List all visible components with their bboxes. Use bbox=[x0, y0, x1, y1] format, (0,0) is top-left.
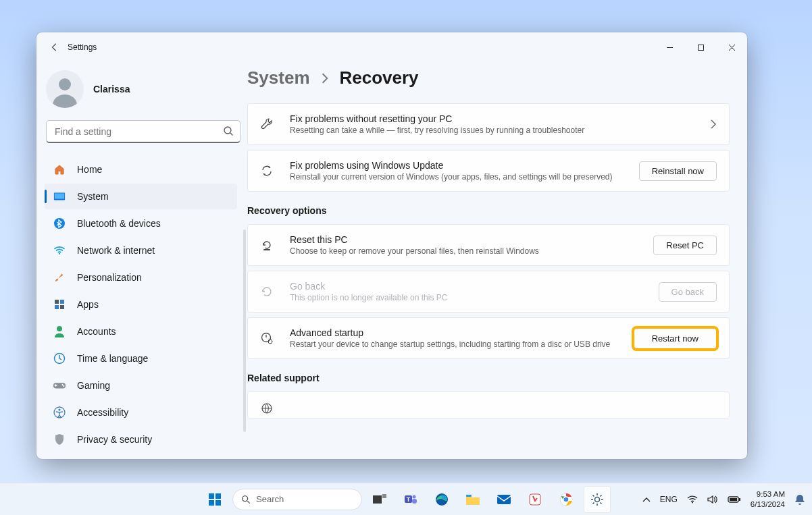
svg-point-41 bbox=[692, 502, 693, 503]
nav-list: Home System Bluetooth & devices Network … bbox=[42, 155, 245, 459]
card-title: Advanced startup bbox=[290, 327, 619, 338]
sidebar-item-label: Network & internet bbox=[77, 245, 155, 256]
card-title: Go back bbox=[290, 281, 644, 292]
tray-notifications-icon[interactable] bbox=[794, 493, 805, 506]
accessibility-icon bbox=[53, 406, 66, 419]
sidebar-item-time[interactable]: Time & language bbox=[45, 346, 237, 371]
restart-now-button[interactable]: Restart now bbox=[634, 328, 717, 349]
tray-wifi-icon[interactable] bbox=[687, 495, 698, 504]
card-reset-pc: Reset this PC Choose to keep or remove y… bbox=[247, 224, 730, 266]
card-subtitle: Choose to keep or remove your personal f… bbox=[290, 246, 638, 256]
reset-icon bbox=[260, 238, 275, 252]
maximize-button[interactable] bbox=[685, 36, 716, 58]
svg-rect-9 bbox=[60, 305, 64, 309]
back-button[interactable] bbox=[45, 43, 65, 52]
taskbar-search-label: Search bbox=[256, 494, 284, 504]
svg-rect-0 bbox=[698, 45, 703, 50]
svg-text:T: T bbox=[407, 495, 411, 502]
start-button[interactable] bbox=[201, 486, 228, 513]
svg-point-14 bbox=[63, 385, 64, 387]
sidebar-item-apps[interactable]: Apps bbox=[45, 292, 237, 317]
sidebar-item-system[interactable]: System bbox=[45, 184, 237, 209]
svg-point-25 bbox=[243, 495, 248, 501]
user-block[interactable]: Clarissa bbox=[42, 67, 245, 120]
card-related-support[interactable] bbox=[247, 391, 730, 418]
tray-clock[interactable]: 9:53 AM 6/13/2024 bbox=[751, 489, 785, 509]
svg-rect-8 bbox=[55, 305, 59, 309]
svg-rect-17 bbox=[263, 249, 270, 250]
sidebar-item-privacy[interactable]: Privacy & security bbox=[45, 427, 237, 452]
svg-point-5 bbox=[59, 253, 60, 254]
bluetooth-icon bbox=[53, 217, 66, 230]
svg-point-13 bbox=[61, 384, 63, 385]
sidebar-item-gaming[interactable]: Gaming bbox=[45, 373, 237, 398]
section-recovery-options: Recovery options bbox=[247, 205, 730, 216]
tray-battery-icon[interactable] bbox=[728, 495, 741, 504]
breadcrumb: System Recovery bbox=[247, 67, 730, 88]
chrome-icon[interactable] bbox=[553, 486, 580, 513]
sidebar-item-bluetooth[interactable]: Bluetooth & devices bbox=[45, 211, 237, 236]
chevron-right-icon bbox=[321, 72, 329, 84]
sidebar-item-network[interactable]: Network & internet bbox=[45, 238, 237, 263]
sidebar-item-accounts[interactable]: Accounts bbox=[45, 319, 237, 344]
svg-point-30 bbox=[413, 495, 416, 498]
section-related-support: Related support bbox=[247, 373, 730, 383]
power-gear-icon bbox=[260, 331, 275, 345]
reset-pc-button[interactable]: Reset PC bbox=[653, 236, 717, 255]
card-title: Fix problems using Windows Update bbox=[290, 160, 624, 171]
home-icon bbox=[53, 163, 66, 176]
card-troubleshoot[interactable]: Fix problems without resetting your PC R… bbox=[247, 103, 730, 145]
settings-taskbar-icon[interactable] bbox=[584, 486, 611, 513]
main-content: System Recovery Fix problems without res… bbox=[247, 62, 747, 459]
svg-point-16 bbox=[58, 408, 60, 410]
svg-rect-3 bbox=[55, 194, 64, 199]
card-subtitle: Reinstall your current version of Window… bbox=[290, 172, 624, 182]
sidebar-item-accessibility[interactable]: Accessibility bbox=[45, 400, 237, 425]
taskbar: Search T ENG 9:53 AM 6/13/2024 bbox=[0, 483, 812, 515]
teams-icon[interactable]: T bbox=[397, 486, 424, 513]
sidebar-item-label: Home bbox=[77, 164, 102, 175]
sidebar-item-personalization[interactable]: Personalization bbox=[45, 265, 237, 290]
svg-rect-27 bbox=[382, 494, 386, 498]
card-go-back: Go back This option is no longer availab… bbox=[247, 271, 730, 313]
breadcrumb-page: Recovery bbox=[340, 67, 419, 88]
svg-rect-33 bbox=[466, 495, 472, 497]
search-field[interactable] bbox=[46, 120, 240, 143]
svg-rect-23 bbox=[209, 500, 214, 506]
breadcrumb-category[interactable]: System bbox=[247, 67, 310, 88]
titlebar: Settings bbox=[36, 32, 747, 62]
svg-rect-22 bbox=[215, 493, 221, 499]
tray-chevron-up-icon[interactable] bbox=[642, 497, 651, 502]
window-title: Settings bbox=[68, 43, 97, 52]
search-input[interactable] bbox=[46, 120, 240, 143]
chevron-right-icon bbox=[710, 119, 717, 129]
svg-rect-6 bbox=[55, 300, 59, 304]
username: Clarissa bbox=[93, 84, 130, 94]
app-pinned-1[interactable] bbox=[522, 486, 549, 513]
taskbar-search[interactable]: Search bbox=[232, 489, 362, 510]
tray-volume-icon[interactable] bbox=[707, 495, 718, 504]
card-subtitle: This option is no longer available on th… bbox=[290, 293, 644, 302]
edge-icon[interactable] bbox=[428, 486, 455, 513]
minimize-button[interactable] bbox=[654, 36, 685, 58]
close-button[interactable] bbox=[716, 36, 747, 58]
svg-rect-31 bbox=[412, 499, 417, 504]
search-icon bbox=[223, 126, 234, 136]
sidebar-item-label: Time & language bbox=[77, 353, 148, 364]
card-title: Fix problems without resetting your PC bbox=[290, 113, 695, 124]
search-icon bbox=[241, 495, 251, 504]
svg-rect-24 bbox=[215, 500, 221, 506]
svg-rect-7 bbox=[60, 300, 64, 304]
sidebar-scrollbar[interactable] bbox=[243, 229, 246, 432]
explorer-icon[interactable] bbox=[459, 486, 486, 513]
task-view-button[interactable] bbox=[366, 486, 393, 513]
sidebar-item-home[interactable]: Home bbox=[45, 157, 237, 182]
card-subtitle: Restart your device to change startup se… bbox=[290, 340, 619, 349]
sidebar: Clarissa Home System Bluetooth & devices… bbox=[36, 62, 247, 459]
sidebar-item-label: System bbox=[77, 191, 109, 202]
mail-icon[interactable] bbox=[490, 486, 517, 513]
tray-language[interactable]: ENG bbox=[660, 495, 678, 504]
sidebar-item-label: Bluetooth & devices bbox=[77, 218, 161, 229]
sidebar-item-label: Accounts bbox=[77, 326, 116, 337]
reinstall-now-button[interactable]: Reinstall now bbox=[639, 161, 717, 181]
